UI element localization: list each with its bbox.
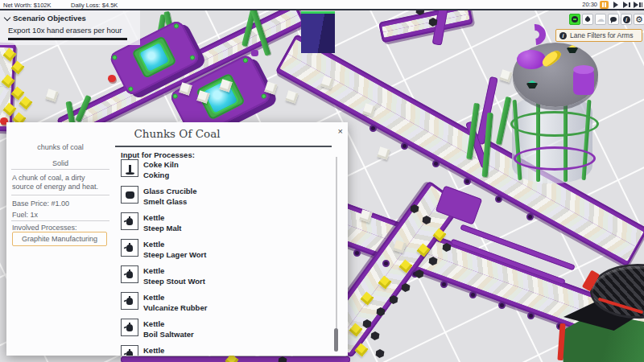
item-fuel-value: Fuel: 1x: [12, 211, 114, 219]
item-details-dialog: Chunks Of Coal × chunks of coal Solid A …: [6, 122, 348, 356]
tooltip: i Lane Filters for Arms: [555, 29, 642, 42]
process-machine-name: Kettle: [143, 212, 182, 223]
fast-forward-button[interactable]: [622, 1, 631, 9]
scenario-objectives-title: Scenario Objectives: [13, 14, 86, 23]
process-list-item[interactable]: Kettle Steep Malt: [121, 212, 322, 237]
kettle-icon: [121, 239, 138, 257]
tank-chimney: [573, 69, 594, 95]
tank-ring: [510, 111, 599, 137]
fastest-forward-button[interactable]: [634, 1, 642, 9]
objective-progress-bar: [8, 38, 127, 40]
play-button[interactable]: [611, 1, 620, 9]
lane-filter-icon: [572, 16, 578, 23]
scrollbar-thumb[interactable]: [334, 328, 338, 352]
net-worth: Net Worth: $102K: [3, 2, 51, 9]
arm-claw: [251, 50, 258, 56]
daily-loss: Daily Loss: $4.5K: [71, 2, 118, 9]
machine-light: [108, 75, 116, 82]
item-base-price: Base Price: #1.00: [12, 200, 114, 208]
storage-box[interactable]: [301, 11, 335, 53]
process-machine-name: Kettle: [143, 239, 206, 249]
process-name: Steep Stout Wort: [143, 276, 205, 286]
process-list-item[interactable]: Kettle Steep Lager Wort: [121, 239, 322, 263]
pause-button[interactable]: [600, 1, 609, 9]
gear-icon: ⚙: [635, 15, 643, 24]
gases-button[interactable]: ☁: [595, 14, 606, 25]
kettle-icon: [121, 292, 138, 310]
process-name: Steep Lager Wort: [143, 249, 206, 260]
process-list-header: Input for Processes:: [121, 150, 195, 159]
view-toolbar: ☁i⚙: [569, 14, 644, 25]
close-icon[interactable]: ×: [338, 127, 343, 136]
process-list-item[interactable]: Coke Kiln Coking: [121, 159, 322, 183]
info-icon: i: [559, 32, 567, 39]
help-button[interactable]: i: [621, 14, 632, 25]
kettle-icon: [121, 319, 138, 336]
objective-text: Export 10x hand erasers per hour: [8, 26, 140, 35]
process-name: Coking: [143, 170, 179, 180]
process-list-panel: Input for Processes: Coke Kiln Coking Gl…: [115, 146, 332, 356]
involved-processes-label: Involved Processes:: [12, 224, 114, 232]
item-name: chunks of coal: [10, 143, 111, 151]
droplet-icon: [584, 16, 591, 23]
top-status-bar: Net Worth: $102K Daily Loss: $4.5K 20:30: [0, 0, 644, 10]
process-name: Boil Saltwater: [143, 329, 194, 339]
info-icon: i: [623, 16, 630, 23]
kiln-icon: [121, 159, 138, 177]
chat-button[interactable]: [608, 14, 619, 25]
involved-process-button[interactable]: Graphite Manufacturing: [12, 232, 107, 246]
chevron-down-icon: [4, 14, 10, 20]
process-machine-name: Kettle: [143, 319, 194, 329]
kettle-icon: [121, 212, 138, 230]
game-screen: Net Worth: $102K Daily Loss: $4.5K 20:30…: [0, 0, 644, 362]
scenario-objectives-header[interactable]: Scenario Objectives: [5, 14, 140, 23]
scenario-objectives-panel: Scenario Objectives Export 10x hand eras…: [0, 10, 140, 45]
cloud-icon: ☁: [597, 15, 605, 23]
tooltip-text: Lane Filters for Arms: [570, 31, 633, 39]
process-list-item[interactable]: Glass Crucible Smelt Glass: [121, 186, 322, 210]
process-list-item[interactable]: Kettle Steep Stout Wort: [121, 265, 322, 290]
item-description: A chunk of coal, a dirty source of energ…: [12, 174, 107, 191]
process-machine-name: Kettle: [143, 265, 205, 276]
process-machine-name: Kettle: [143, 292, 207, 302]
tank-dome: [517, 50, 546, 69]
process-name: Smelt Glass: [143, 196, 197, 207]
process-machine-name: Coke Kiln: [143, 159, 179, 170]
item-state: Solid: [10, 159, 111, 167]
settings-button[interactable]: ⚙: [634, 14, 644, 25]
process-name: Vulcanize Rubber: [143, 302, 207, 313]
kettle-icon: [121, 345, 138, 356]
process-machine-name: Glass Crucible: [143, 186, 197, 196]
process-list-item[interactable]: Kettle Boil Saltwater: [121, 319, 322, 343]
process-machine-name: Kettle: [143, 345, 164, 356]
liquids-button[interactable]: [582, 14, 593, 25]
item-summary-panel: chunks of coal Solid A chunk of coal, a …: [10, 138, 111, 352]
process-list-item[interactable]: Kettle: [121, 345, 322, 356]
scrollbar-track[interactable]: [336, 157, 337, 352]
lane-filters-button[interactable]: [569, 14, 580, 25]
crucible-icon: [121, 186, 138, 204]
speech-bubble-icon: [610, 17, 617, 22]
tank-ring: [514, 146, 596, 171]
process-list-item[interactable]: Kettle Vulcanize Rubber: [121, 292, 322, 316]
kettle-icon: [121, 265, 138, 283]
clock: 20:30: [582, 1, 597, 8]
process-name: Steep Malt: [143, 223, 182, 233]
